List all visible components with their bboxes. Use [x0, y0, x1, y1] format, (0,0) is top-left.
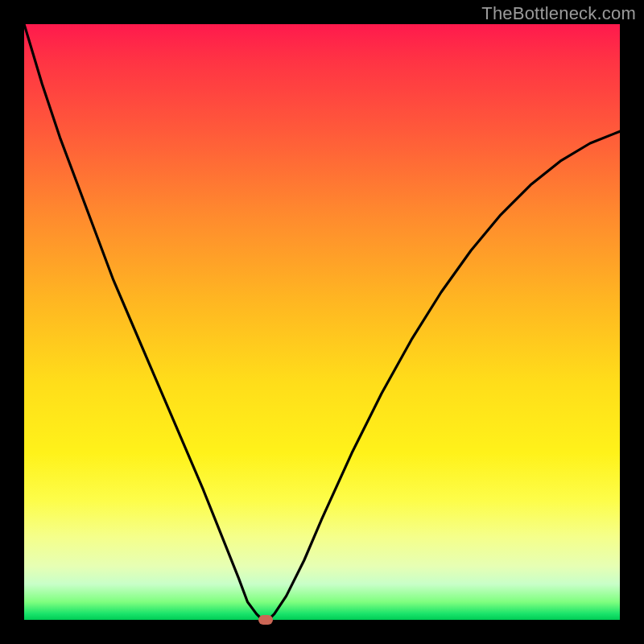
bottleneck-curve — [24, 24, 620, 620]
optimal-marker — [258, 615, 273, 625]
chart-frame: TheBottleneck.com — [0, 0, 644, 644]
watermark-text: TheBottleneck.com — [481, 3, 636, 24]
plot-area — [24, 24, 620, 620]
curve-svg — [24, 24, 620, 620]
